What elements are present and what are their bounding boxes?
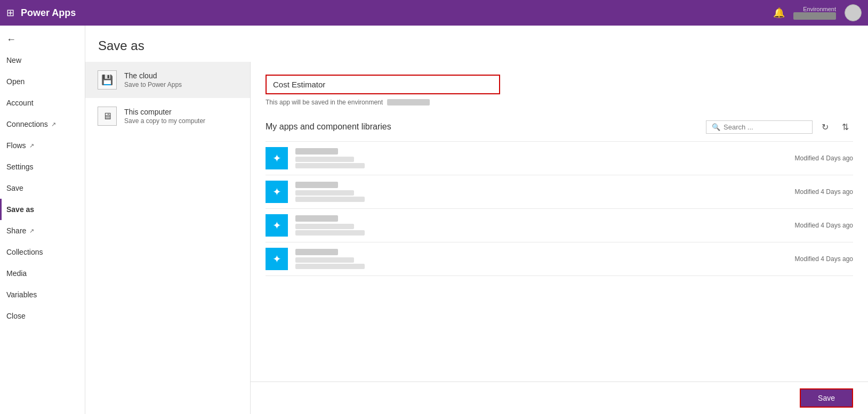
sidebar-item-label: Collections bbox=[6, 248, 43, 256]
sidebar-item-collections[interactable]: Collections bbox=[0, 241, 85, 263]
my-apps-title: My apps and component libraries bbox=[266, 122, 706, 132]
sort-button[interactable]: ⇅ bbox=[837, 119, 853, 135]
sidebar-item-label: Open bbox=[6, 77, 25, 86]
computer-option-desc: Save a copy to my computer bbox=[124, 117, 205, 125]
app-name-blurred bbox=[295, 148, 338, 155]
app-sub-blurred bbox=[295, 224, 354, 229]
saveas-layout: 💾 The cloud Save to Power Apps 🖥 This co… bbox=[85, 62, 868, 414]
cloud-option-desc: Save to Power Apps bbox=[124, 81, 182, 88]
env-notice: This app will be saved in the environmen… bbox=[266, 99, 853, 106]
app-info bbox=[295, 148, 787, 168]
grid-icon[interactable]: ⊞ bbox=[6, 7, 14, 19]
sidebar-item-label: Share bbox=[6, 226, 26, 235]
app-icon: ✦ bbox=[266, 181, 288, 203]
saveas-options-panel: 💾 The cloud Save to Power Apps 🖥 This co… bbox=[85, 62, 251, 414]
bottom-save-bar: Save bbox=[251, 381, 868, 414]
sidebar-item-open[interactable]: Open bbox=[0, 71, 85, 92]
sidebar-item-label: Account bbox=[6, 99, 34, 107]
sidebar-item-label: Variables bbox=[6, 290, 37, 299]
sidebar-item-account[interactable]: Account bbox=[0, 92, 85, 113]
app-sub2-blurred bbox=[295, 163, 365, 168]
save-option-computer[interactable]: 🖥 This computer Save a copy to my comput… bbox=[85, 98, 250, 134]
external-link-icon: ↗ bbox=[29, 142, 34, 149]
refresh-button[interactable]: ↻ bbox=[817, 119, 833, 135]
sidebar-item-media[interactable]: Media bbox=[0, 263, 85, 284]
app-sub2-blurred bbox=[295, 230, 365, 236]
app-info bbox=[295, 215, 787, 236]
save-option-computer-text: This computer Save a copy to my computer bbox=[124, 108, 205, 125]
app-info bbox=[295, 182, 787, 202]
sidebar-item-label: New bbox=[6, 56, 21, 64]
app-name-blurred bbox=[295, 249, 338, 255]
sidebar-item-label: Settings bbox=[6, 163, 34, 171]
sidebar-item-settings[interactable]: Settings bbox=[0, 156, 85, 177]
env-name-blurred bbox=[387, 99, 430, 105]
app-modified: Modified 4 Days ago bbox=[795, 255, 853, 263]
sidebar-item-label: Flows bbox=[6, 141, 26, 150]
table-row[interactable]: ✦ Modified 4 Days ago bbox=[266, 209, 853, 242]
env-label: Environment bbox=[803, 6, 836, 12]
sidebar-item-label: Close bbox=[6, 312, 26, 320]
topbar: ⊞ Power Apps 🔔 Environment bbox=[0, 0, 868, 26]
app-modified: Modified 4 Days ago bbox=[795, 222, 853, 229]
app-icon: ✦ bbox=[266, 214, 288, 237]
external-link-icon: ↗ bbox=[51, 121, 56, 128]
app-sub-blurred bbox=[295, 157, 354, 162]
main-layout: ← New Open Account Connections ↗ Flows ↗… bbox=[0, 26, 868, 414]
cloud-option-title: The cloud bbox=[124, 71, 182, 80]
external-link-icon: ↗ bbox=[29, 228, 34, 234]
sidebar-item-new[interactable]: New bbox=[0, 50, 85, 71]
back-button[interactable]: ← bbox=[0, 26, 85, 50]
computer-save-icon: 🖥 bbox=[98, 107, 117, 126]
env-value[interactable] bbox=[793, 12, 836, 20]
search-icon: 🔍 bbox=[712, 123, 720, 131]
search-input[interactable] bbox=[724, 123, 807, 131]
app-list: ✦ Modified 4 Days ago ✦ bbox=[266, 141, 853, 276]
table-row[interactable]: ✦ Modified 4 Days ago bbox=[266, 142, 853, 175]
sidebar-item-close[interactable]: Close bbox=[0, 305, 85, 327]
app-name-blurred bbox=[295, 215, 338, 222]
environment-selector[interactable]: Environment bbox=[793, 6, 836, 20]
sidebar-item-variables[interactable]: Variables bbox=[0, 284, 85, 305]
app-name-input[interactable] bbox=[266, 75, 500, 94]
my-apps-header: My apps and component libraries 🔍 ↻ ⇅ bbox=[266, 119, 853, 135]
save-option-cloud-text: The cloud Save to Power Apps bbox=[124, 71, 182, 88]
table-row[interactable]: ✦ Modified 4 Days ago bbox=[266, 175, 853, 209]
app-icon: ✦ bbox=[266, 248, 288, 270]
sidebar-item-flows[interactable]: Flows ↗ bbox=[0, 135, 85, 156]
sidebar-item-label: Media bbox=[6, 269, 27, 278]
app-sub2-blurred bbox=[295, 264, 365, 269]
sidebar-item-connections[interactable]: Connections ↗ bbox=[0, 113, 85, 135]
app-sub-blurred bbox=[295, 190, 354, 196]
bell-icon[interactable]: 🔔 bbox=[773, 7, 785, 19]
content-area: Save as 💾 The cloud Save to Power Apps 🖥… bbox=[85, 26, 868, 414]
cloud-save-icon: 💾 bbox=[98, 70, 117, 90]
topbar-right: 🔔 Environment bbox=[773, 4, 862, 21]
page-title: Save as bbox=[85, 26, 868, 62]
search-box[interactable]: 🔍 bbox=[706, 120, 813, 134]
computer-option-title: This computer bbox=[124, 108, 205, 116]
sidebar-item-label: Connections bbox=[6, 120, 48, 128]
app-title: Power Apps bbox=[21, 7, 773, 19]
app-sub2-blurred bbox=[295, 197, 365, 202]
sidebar-item-save-as[interactable]: Save as bbox=[0, 199, 85, 220]
sidebar-item-label: Save as bbox=[6, 205, 34, 214]
sidebar: ← New Open Account Connections ↗ Flows ↗… bbox=[0, 26, 85, 414]
app-info bbox=[295, 249, 787, 269]
app-name-blurred bbox=[295, 182, 338, 188]
app-modified: Modified 4 Days ago bbox=[795, 188, 853, 196]
app-modified: Modified 4 Days ago bbox=[795, 155, 853, 162]
saveas-right-panel: This app will be saved in the environmen… bbox=[251, 62, 868, 414]
sidebar-item-share[interactable]: Share ↗ bbox=[0, 220, 85, 241]
sidebar-item-save[interactable]: Save bbox=[0, 177, 85, 199]
app-icon: ✦ bbox=[266, 147, 288, 169]
avatar[interactable] bbox=[845, 4, 862, 21]
sidebar-item-label: Save bbox=[6, 184, 23, 192]
table-row[interactable]: ✦ Modified 4 Days ago bbox=[266, 242, 853, 276]
save-option-cloud[interactable]: 💾 The cloud Save to Power Apps bbox=[85, 62, 250, 98]
save-button[interactable]: Save bbox=[800, 388, 853, 408]
app-sub-blurred bbox=[295, 257, 354, 263]
my-apps-actions: 🔍 ↻ ⇅ bbox=[706, 119, 853, 135]
